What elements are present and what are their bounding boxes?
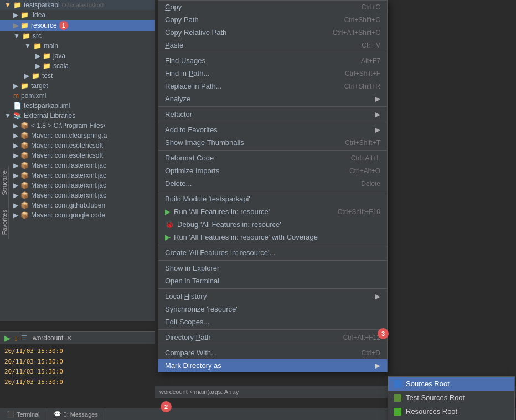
tree-root[interactable]: ▼ 📁 testsparkapi D:\scalastu\kb0: [0, 0, 155, 10]
sep-6: [158, 245, 387, 245]
sep-9: [158, 329, 387, 330]
messages-tab[interactable]: 💬 0: Messages: [47, 408, 105, 420]
tree-test[interactable]: ▶ 📁 test: [0, 71, 155, 81]
tree-src[interactable]: ▼ 📁 src: [0, 31, 155, 41]
menu-find-in-path[interactable]: Find in Path... Ctrl+Shift+F: [158, 67, 387, 80]
tree-extlibs[interactable]: ▼ 📚 External Libraries: [0, 111, 155, 121]
tree-lib-5-label: Maven: com.fasterxml.jac: [31, 172, 106, 179]
run-icon: ▶: [165, 208, 171, 216]
terminal-tab[interactable]: ⬛ Terminal: [0, 408, 47, 420]
tree-lib-1-label: Maven: com.clearspring.a: [31, 132, 107, 139]
sep-3: [158, 122, 387, 122]
tree-pom[interactable]: m pom.xml: [0, 91, 155, 101]
mark-dir-badge: 2: [161, 401, 172, 412]
menu-copy-relative[interactable]: Copy Relative Path Ctrl+Alt+Shift+C: [158, 26, 387, 39]
tree-root-label: testsparkapi: [24, 1, 60, 9]
tree-lib-1[interactable]: ▶ 📦 Maven: com.clearspring.a: [0, 131, 155, 141]
menu-reformat[interactable]: Reformat Code Ctrl+Alt+L: [158, 152, 387, 164]
run-tab-icon: ☰: [21, 334, 27, 342]
submenu-sources-root[interactable]: Sources Root: [388, 377, 514, 391]
project-tree: ▼ 📁 testsparkapi D:\scalastu\kb0 ▶ 📁 .id…: [0, 0, 155, 321]
menu-edit-scopes[interactable]: Edit Scopes...: [158, 315, 387, 328]
log-line-2: 20/11/03 15:30:0: [4, 357, 151, 367]
tree-main[interactable]: ▼ 📁 main: [0, 41, 155, 51]
tree-extlibs-label: External Libraries: [24, 112, 75, 120]
tree-lib-7-label: Maven: com.fasterxml.jac: [31, 191, 106, 199]
run-title: wordcount: [33, 334, 63, 342]
submenu-arrow-history: ▶: [375, 292, 380, 300]
menu-copy[interactable]: Copy Ctrl+C: [158, 1, 387, 13]
tree-lib-2[interactable]: ▶ 📦 Maven: com.esotericsoft: [0, 141, 155, 151]
tree-lib-9[interactable]: ▶ 📦 Maven: com.google.code: [0, 210, 155, 220]
menu-synchronize[interactable]: Synchronize 'resource': [158, 303, 387, 315]
tree-lib-3[interactable]: ▶ 📦 Maven: com.esotericsoft: [0, 151, 155, 160]
breadcrumb-method: main(args: Array: [194, 388, 239, 395]
favorites-tab[interactable]: Favorites: [0, 205, 9, 239]
structure-tab[interactable]: Structure: [0, 166, 9, 200]
menu-debug-all-features[interactable]: 🐞 Debug 'All Features in: resource': [158, 218, 387, 231]
tree-root-path: D:\scalastu\kb0: [62, 2, 104, 8]
tree-lib-8-label: Maven: com.github.luben: [31, 201, 105, 209]
menu-mark-directory-as[interactable]: Mark Directory as ▶: [158, 359, 387, 372]
menu-directory-path[interactable]: Directory Path Ctrl+Alt+F12: [158, 331, 387, 344]
debug-icon: 🐞: [165, 220, 174, 229]
run-bar: ▶ ↓ ☰ wordcount ✕ 20/11/03 15:30:0 20/11…: [0, 331, 155, 398]
messages-icon: 💬: [54, 411, 61, 418]
tree-lib-8[interactable]: ▶ 📦 Maven: com.github.luben: [0, 200, 155, 210]
menu-copy-path[interactable]: Copy Path Ctrl+Shift+C: [158, 13, 387, 26]
terminal-label: Terminal: [17, 411, 40, 418]
tree-lib-5[interactable]: ▶ 📦 Maven: com.fasterxml.jac: [0, 170, 155, 180]
run-play-icon[interactable]: ▶: [4, 334, 11, 343]
tree-main-label: main: [44, 42, 58, 50]
menu-local-history[interactable]: Local History ▶: [158, 290, 387, 303]
resources-root-label: Resources Root: [406, 407, 457, 416]
menu-compare-with[interactable]: Compare With... Ctrl+D: [158, 346, 387, 359]
run-bar-content: 20/11/03 15:30:0 20/11/03 15:30:0 20/11/…: [0, 344, 155, 390]
submenu-trigger-badge: 3: [378, 328, 389, 339]
tree-lib-6[interactable]: ▶ 📦 Maven: com.fasterxml.jac: [0, 180, 155, 190]
menu-open-terminal[interactable]: Open in Terminal: [158, 274, 387, 287]
submenu-arrow-favorites: ▶: [375, 126, 380, 134]
tree-pom-label: pom.xml: [21, 92, 46, 100]
tree-scala[interactable]: ▶ 📁 scala: [0, 61, 155, 71]
test-sources-root-icon: [394, 394, 401, 402]
submenu-arrow-mark: ▶: [375, 361, 380, 370]
breadcrumb-wordcount: wordcount: [159, 388, 188, 395]
tree-lib-4-label: Maven: com.fasterxml.jac: [31, 162, 106, 169]
menu-delete[interactable]: Delete... Delete: [158, 177, 387, 190]
submenu-arrow-refactor: ▶: [375, 110, 380, 118]
tree-resource[interactable]: ▶ 📁 resource 1: [0, 20, 155, 31]
menu-optimize-imports[interactable]: Optimize Imports Ctrl+Alt+O: [158, 164, 387, 177]
menu-show-explorer[interactable]: Show in Explorer: [158, 262, 387, 274]
submenu-arrow-analyze: ▶: [375, 95, 380, 103]
menu-find-usages[interactable]: Find Usages Alt+F7: [158, 54, 387, 67]
tree-idea[interactable]: ▶ 📁 .idea: [0, 10, 155, 20]
menu-show-thumbnails[interactable]: Show Image Thumbnails Ctrl+Shift+T: [158, 136, 387, 149]
menu-build-module[interactable]: Build Module 'testsparkapi': [158, 193, 387, 205]
menu-replace-in-path[interactable]: Replace in Path... Ctrl+Shift+R: [158, 80, 387, 92]
menu-paste[interactable]: Paste Ctrl+V: [158, 39, 387, 51]
resources-root-icon: [394, 408, 401, 416]
menu-run-all-features[interactable]: ▶ Run 'All Features in: resource' Ctrl+S…: [158, 205, 387, 218]
tree-target[interactable]: ▶ 📁 target: [0, 81, 155, 91]
tree-iml[interactable]: 📄 testsparkapi.iml: [0, 101, 155, 111]
run-arrow-down-icon[interactable]: ↓: [14, 334, 18, 343]
log-line-3: 20/11/03 15:30:0: [4, 367, 151, 377]
menu-add-favorites[interactable]: Add to Favorites ▶: [158, 123, 387, 136]
menu-run-coverage[interactable]: ▶ Run 'All Features in: resource' with C…: [158, 231, 387, 243]
menu-create-all-features[interactable]: Create 'All Features in: resource'...: [158, 246, 387, 259]
tree-lib-jdk-label: < 1.8 > C:\Program Files\: [31, 122, 105, 129]
submenu-resources-root[interactable]: Resources Root: [388, 405, 514, 418]
menu-analyze[interactable]: Analyze ▶: [158, 92, 387, 105]
tree-iml-label: testsparkapi.iml: [24, 102, 70, 110]
log-line-1: 20/11/03 15:30:0: [4, 346, 151, 357]
run-close-icon[interactable]: ✕: [66, 334, 72, 342]
tree-lib-7[interactable]: ▶ 📦 Maven: com.fasterxml.jac: [0, 190, 155, 200]
menu-refactor[interactable]: Refactor ▶: [158, 108, 387, 121]
submenu-test-sources-root[interactable]: Test Sources Root: [388, 391, 514, 405]
tree-java[interactable]: ▶ 📁 java: [0, 51, 155, 61]
tree-lib-9-label: Maven: com.google.code: [31, 211, 105, 219]
tree-lib-4[interactable]: ▶ 📦 Maven: com.fasterxml.jac: [0, 160, 155, 170]
sources-root-label: Sources Root: [406, 380, 450, 388]
tree-lib-jdk[interactable]: ▶ 📦 < 1.8 > C:\Program Files\: [0, 121, 155, 131]
